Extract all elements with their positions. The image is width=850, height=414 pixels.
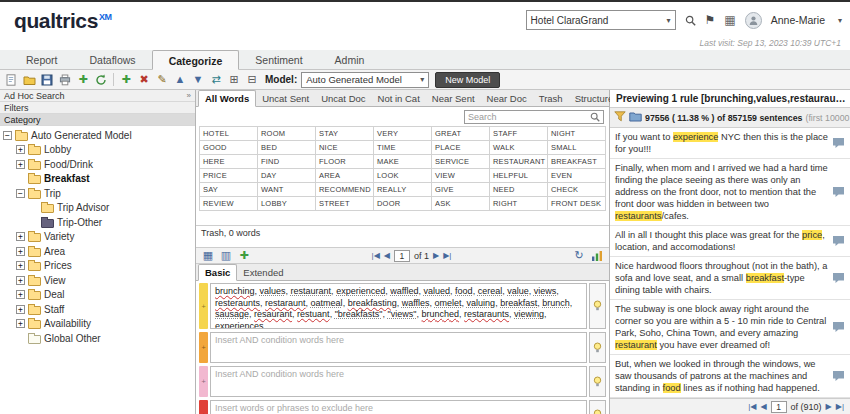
expand-icon[interactable]: +	[16, 305, 25, 314]
word-cell[interactable]: VIEW	[432, 169, 490, 183]
word-cell[interactable]: PRICE	[200, 169, 258, 183]
column-view-icon[interactable]: ▥	[219, 248, 233, 264]
tab-uncat-sent[interactable]: Uncat Sent	[256, 91, 315, 106]
page-number-input[interactable]: 1	[394, 250, 410, 262]
word-cell[interactable]: STAFF	[490, 127, 548, 141]
word-cell[interactable]: REVIEW	[200, 197, 258, 211]
word-cell[interactable]: RECOMMEND	[316, 183, 374, 197]
rule-term[interactable]: omelet	[435, 298, 462, 308]
word-cell[interactable]: GIVE	[432, 183, 490, 197]
word-cell[interactable]: FIND	[258, 155, 316, 169]
adhoc-search-section[interactable]: Ad Hoc Search »	[0, 90, 195, 102]
suggest-words-button[interactable]	[589, 400, 606, 414]
word-cell[interactable]: RIGHT	[490, 197, 548, 211]
word-cell[interactable]: CHECK	[548, 183, 606, 197]
rule-term[interactable]: experienced	[336, 286, 385, 296]
tree-item-variety[interactable]: +Variety	[0, 230, 195, 245]
first-page-icon[interactable]: |◀	[372, 251, 380, 260]
and-condition-input[interactable]: Insert AND condition words here	[210, 366, 587, 397]
include-rule-handle[interactable]: +	[199, 283, 208, 329]
rule-term[interactable]: resaurant	[254, 309, 292, 319]
expand-icon[interactable]: +	[16, 232, 25, 241]
tab-near-sent[interactable]: Near Sent	[426, 91, 481, 106]
tree-item-auto-generated-model[interactable]: −Auto Generated Model	[0, 128, 195, 143]
word-cell[interactable]: BREAKFAST	[548, 155, 606, 169]
word-cell[interactable]: HOTEL	[200, 127, 258, 141]
rule-term[interactable]: food	[455, 286, 473, 296]
last-page-icon[interactable]: ▶|	[443, 251, 451, 260]
word-cell[interactable]: TIME	[374, 141, 432, 155]
add-category-icon[interactable]: ✚	[119, 72, 133, 88]
rule-term[interactable]: breakfasting	[348, 298, 397, 308]
word-cell[interactable]: WANT	[258, 183, 316, 197]
and-rule-handle[interactable]: +	[199, 332, 208, 363]
delete-category-icon[interactable]: ✖	[137, 72, 151, 88]
move-down-icon[interactable]: ▼	[191, 72, 205, 88]
tab-all-words[interactable]: All Words	[198, 90, 256, 107]
user-name[interactable]: Anne-Marie	[771, 14, 825, 26]
nav-tab-report[interactable]: Report	[10, 50, 74, 69]
word-cell[interactable]: RESTAURANT	[490, 155, 548, 169]
search-icon[interactable]	[685, 15, 696, 26]
rule-term[interactable]: brunch	[542, 298, 570, 308]
print-icon[interactable]	[58, 72, 72, 88]
tree-item-prices[interactable]: +Prices	[0, 259, 195, 274]
rule-term[interactable]: brunching	[215, 286, 255, 296]
new-document-icon[interactable]	[4, 72, 18, 88]
rule-term[interactable]: "views"	[388, 309, 417, 319]
word-cell[interactable]: MAKE	[374, 155, 432, 169]
nav-tab-categorize[interactable]: Categorize	[152, 50, 240, 70]
rule-term[interactable]: experiences	[215, 321, 264, 330]
exclude-words-input[interactable]: Insert words or phrases to exclude here	[210, 400, 587, 414]
rename-category-icon[interactable]: ✎	[155, 72, 169, 88]
trash-dropzone[interactable]	[196, 239, 609, 247]
rule-term[interactable]: views	[534, 286, 557, 296]
exclude-rule-handle[interactable]: +	[199, 400, 208, 414]
sentence-row[interactable]: The subway is one block away right aroun…	[610, 300, 850, 355]
word-cell[interactable]: NICE	[316, 141, 374, 155]
word-cell[interactable]: AREA	[316, 169, 374, 183]
nav-tab-sentiment[interactable]: Sentiment	[239, 50, 318, 69]
prev-page-icon[interactable]: ◀	[384, 251, 390, 260]
and-condition-input[interactable]: Insert AND condition words here	[210, 332, 587, 363]
tab-not-in-cat[interactable]: Not in Cat	[372, 91, 426, 106]
next-page-icon[interactable]: ▶	[826, 402, 832, 411]
word-cell[interactable]: NEED	[490, 183, 548, 197]
rule-term[interactable]: oatmeal	[311, 298, 343, 308]
sentence-row[interactable]: If you want to experience NYC then this …	[610, 128, 850, 159]
sentence-row[interactable]: All in all I thought this place was grea…	[610, 226, 850, 257]
word-cell[interactable]: STREET	[316, 197, 374, 211]
add-icon[interactable]: ✚	[76, 72, 90, 88]
trash-section[interactable]: Trash, 0 words	[196, 225, 609, 239]
comment-icon[interactable]	[828, 358, 848, 394]
word-cell[interactable]: GOOD	[200, 141, 258, 155]
word-cell[interactable]: ASK	[432, 197, 490, 211]
comment-icon[interactable]	[828, 260, 848, 296]
chart-icon[interactable]	[590, 248, 604, 264]
word-cell[interactable]: LOBBY	[258, 197, 316, 211]
suggest-words-button[interactable]	[589, 366, 606, 397]
page-number-input[interactable]: 1	[771, 401, 787, 413]
tree-item-breakfast[interactable]: Breakfast	[0, 172, 195, 187]
tree-item-availability[interactable]: +Availability	[0, 317, 195, 332]
comment-icon[interactable]	[828, 131, 848, 155]
rule-term[interactable]: waffled	[390, 286, 418, 296]
tree-item-trip[interactable]: −Trip	[0, 186, 195, 201]
collapse-all-icon[interactable]: ⊟	[245, 72, 259, 88]
merge-category-icon[interactable]: ⇄	[209, 72, 223, 88]
rule-term[interactable]: breakfast	[500, 298, 537, 308]
new-model-button[interactable]: New Model	[435, 72, 500, 88]
prev-page-icon[interactable]: ◀	[760, 402, 766, 411]
word-cell[interactable]: NIGHT	[548, 127, 606, 141]
move-up-icon[interactable]: ▲	[173, 72, 187, 88]
save-icon[interactable]	[40, 72, 54, 88]
project-select[interactable]: Hotel ClaraGrand ▾	[526, 10, 676, 30]
apps-icon[interactable]: ▦	[724, 13, 735, 27]
include-words-input[interactable]: brunching, values, restaurant, experienc…	[210, 283, 587, 329]
rule-term[interactable]: resteraunts	[215, 298, 260, 308]
word-cell[interactable]: SERVICE	[432, 155, 490, 169]
collapse-panel-icon[interactable]: »	[187, 91, 191, 100]
word-cell[interactable]: PLACE	[432, 141, 490, 155]
expand-icon[interactable]: +	[16, 319, 25, 328]
filters-section[interactable]: Filters	[0, 102, 195, 114]
